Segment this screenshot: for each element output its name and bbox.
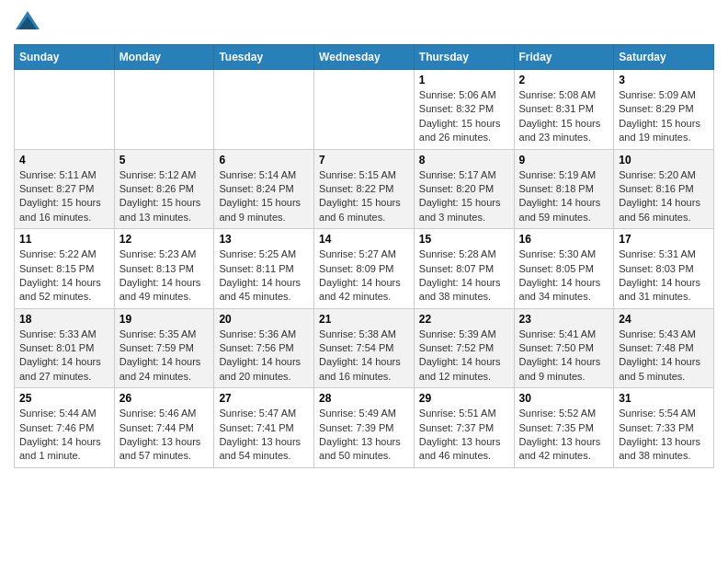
day-info: Sunrise: 5:14 AMSunset: 8:24 PMDaylight:… — [219, 168, 309, 225]
calendar-cell: 1Sunrise: 5:06 AMSunset: 8:32 PMDaylight… — [414, 70, 514, 150]
day-info: Sunrise: 5:43 AMSunset: 7:48 PMDaylight:… — [619, 327, 709, 385]
calendar-cell: 16Sunrise: 5:30 AMSunset: 8:05 PMDayligh… — [514, 229, 614, 309]
calendar-cell — [114, 70, 214, 150]
day-number: 21 — [319, 313, 409, 326]
calendar-cell: 9Sunrise: 5:19 AMSunset: 8:18 PMDaylight… — [514, 149, 614, 229]
day-number: 15 — [419, 233, 509, 246]
page: SundayMondayTuesdayWednesdayThursdayFrid… — [0, 0, 728, 477]
day-number: 10 — [619, 154, 709, 167]
logo — [14, 9, 45, 37]
day-of-week-header: Wednesday — [314, 45, 415, 70]
day-info: Sunrise: 5:31 AMSunset: 8:03 PMDaylight:… — [619, 247, 709, 304]
calendar-cell: 4Sunrise: 5:11 AMSunset: 8:27 PMDaylight… — [15, 149, 115, 229]
day-of-week-header: Monday — [114, 45, 214, 70]
calendar-cell: 5Sunrise: 5:12 AMSunset: 8:26 PMDaylight… — [114, 149, 214, 229]
calendar-cell: 15Sunrise: 5:28 AMSunset: 8:07 PMDayligh… — [414, 229, 514, 309]
day-info: Sunrise: 5:38 AMSunset: 7:54 PMDaylight:… — [319, 327, 409, 385]
day-number: 22 — [419, 313, 509, 326]
calendar-cell: 11Sunrise: 5:22 AMSunset: 8:15 PMDayligh… — [15, 229, 115, 309]
day-number: 12 — [119, 233, 210, 246]
day-number: 23 — [519, 313, 609, 326]
day-info: Sunrise: 5:44 AMSunset: 7:46 PMDaylight:… — [19, 407, 109, 464]
day-info: Sunrise: 5:28 AMSunset: 8:07 PMDaylight:… — [419, 247, 509, 304]
calendar-table: SundayMondayTuesdayWednesdayThursdayFrid… — [14, 44, 714, 468]
calendar-cell: 7Sunrise: 5:15 AMSunset: 8:22 PMDaylight… — [314, 149, 415, 229]
calendar-cell: 3Sunrise: 5:09 AMSunset: 8:29 PMDaylight… — [614, 70, 714, 150]
calendar-cell: 12Sunrise: 5:23 AMSunset: 8:13 PMDayligh… — [114, 229, 214, 309]
day-info: Sunrise: 5:08 AMSunset: 8:31 PMDaylight:… — [519, 88, 609, 145]
calendar-cell: 13Sunrise: 5:25 AMSunset: 8:11 PMDayligh… — [214, 229, 314, 309]
day-info: Sunrise: 5:09 AMSunset: 8:29 PMDaylight:… — [619, 88, 709, 145]
day-number: 3 — [619, 74, 709, 86]
day-info: Sunrise: 5:47 AMSunset: 7:41 PMDaylight:… — [219, 407, 309, 464]
calendar-cell: 21Sunrise: 5:38 AMSunset: 7:54 PMDayligh… — [314, 308, 415, 388]
day-number: 14 — [319, 233, 409, 246]
day-info: Sunrise: 5:36 AMSunset: 7:56 PMDaylight:… — [219, 327, 309, 385]
day-info: Sunrise: 5:52 AMSunset: 7:35 PMDaylight:… — [519, 407, 609, 464]
calendar-cell: 31Sunrise: 5:54 AMSunset: 7:33 PMDayligh… — [614, 388, 714, 468]
calendar-week-row: 4Sunrise: 5:11 AMSunset: 8:27 PMDaylight… — [15, 149, 714, 229]
calendar-cell: 30Sunrise: 5:52 AMSunset: 7:35 PMDayligh… — [514, 388, 614, 468]
day-number: 1 — [419, 74, 509, 86]
day-info: Sunrise: 5:51 AMSunset: 7:37 PMDaylight:… — [419, 407, 509, 464]
calendar-cell: 25Sunrise: 5:44 AMSunset: 7:46 PMDayligh… — [15, 388, 115, 468]
day-info: Sunrise: 5:39 AMSunset: 7:52 PMDaylight:… — [419, 327, 509, 385]
day-info: Sunrise: 5:54 AMSunset: 7:33 PMDaylight:… — [619, 407, 709, 464]
day-number: 7 — [319, 154, 409, 167]
calendar-week-row: 25Sunrise: 5:44 AMSunset: 7:46 PMDayligh… — [15, 388, 714, 468]
day-info: Sunrise: 5:22 AMSunset: 8:15 PMDaylight:… — [19, 247, 109, 304]
day-number: 30 — [519, 392, 609, 405]
day-info: Sunrise: 5:11 AMSunset: 8:27 PMDaylight:… — [19, 168, 109, 225]
day-of-week-header: Tuesday — [214, 45, 314, 70]
calendar-cell: 18Sunrise: 5:33 AMSunset: 8:01 PMDayligh… — [15, 308, 115, 388]
day-of-week-header: Sunday — [15, 45, 115, 70]
day-number: 2 — [519, 74, 609, 86]
day-number: 24 — [619, 313, 709, 326]
day-number: 6 — [219, 154, 309, 167]
day-number: 18 — [19, 313, 109, 326]
day-number: 4 — [19, 154, 109, 167]
day-number: 8 — [419, 154, 509, 167]
calendar-cell: 8Sunrise: 5:17 AMSunset: 8:20 PMDaylight… — [414, 149, 514, 229]
day-info: Sunrise: 5:20 AMSunset: 8:16 PMDaylight:… — [619, 168, 709, 225]
calendar-cell: 20Sunrise: 5:36 AMSunset: 7:56 PMDayligh… — [214, 308, 314, 388]
day-info: Sunrise: 5:41 AMSunset: 7:50 PMDaylight:… — [519, 327, 609, 385]
day-info: Sunrise: 5:25 AMSunset: 8:11 PMDaylight:… — [219, 247, 309, 304]
day-number: 17 — [619, 233, 709, 246]
day-info: Sunrise: 5:49 AMSunset: 7:39 PMDaylight:… — [319, 407, 409, 464]
day-info: Sunrise: 5:27 AMSunset: 8:09 PMDaylight:… — [319, 247, 409, 304]
calendar-cell: 28Sunrise: 5:49 AMSunset: 7:39 PMDayligh… — [314, 388, 415, 468]
calendar-week-row: 18Sunrise: 5:33 AMSunset: 8:01 PMDayligh… — [15, 308, 714, 388]
day-info: Sunrise: 5:12 AMSunset: 8:26 PMDaylight:… — [119, 168, 210, 225]
calendar-week-row: 11Sunrise: 5:22 AMSunset: 8:15 PMDayligh… — [15, 229, 714, 309]
day-info: Sunrise: 5:15 AMSunset: 8:22 PMDaylight:… — [319, 168, 409, 225]
day-number: 29 — [419, 392, 509, 405]
calendar-cell: 17Sunrise: 5:31 AMSunset: 8:03 PMDayligh… — [614, 229, 714, 309]
calendar-cell: 29Sunrise: 5:51 AMSunset: 7:37 PMDayligh… — [414, 388, 514, 468]
day-number: 11 — [19, 233, 109, 246]
calendar-cell: 6Sunrise: 5:14 AMSunset: 8:24 PMDaylight… — [214, 149, 314, 229]
day-info: Sunrise: 5:33 AMSunset: 8:01 PMDaylight:… — [19, 327, 109, 385]
calendar-cell: 26Sunrise: 5:46 AMSunset: 7:44 PMDayligh… — [114, 388, 214, 468]
calendar-cell: 19Sunrise: 5:35 AMSunset: 7:59 PMDayligh… — [114, 308, 214, 388]
day-number: 26 — [119, 392, 210, 405]
day-number: 9 — [519, 154, 609, 167]
calendar-cell — [15, 70, 115, 150]
day-info: Sunrise: 5:30 AMSunset: 8:05 PMDaylight:… — [519, 247, 609, 304]
day-number: 28 — [319, 392, 409, 405]
calendar-cell: 2Sunrise: 5:08 AMSunset: 8:31 PMDaylight… — [514, 70, 614, 150]
day-of-week-header: Saturday — [614, 45, 714, 70]
day-number: 19 — [119, 313, 210, 326]
day-info: Sunrise: 5:17 AMSunset: 8:20 PMDaylight:… — [419, 168, 509, 225]
day-info: Sunrise: 5:06 AMSunset: 8:32 PMDaylight:… — [419, 88, 509, 145]
calendar-cell: 22Sunrise: 5:39 AMSunset: 7:52 PMDayligh… — [414, 308, 514, 388]
day-info: Sunrise: 5:19 AMSunset: 8:18 PMDaylight:… — [519, 168, 609, 225]
day-number: 27 — [219, 392, 309, 405]
calendar-cell: 10Sunrise: 5:20 AMSunset: 8:16 PMDayligh… — [614, 149, 714, 229]
day-number: 20 — [219, 313, 309, 326]
day-of-week-header: Thursday — [414, 45, 514, 70]
day-number: 31 — [619, 392, 709, 405]
day-number: 16 — [519, 233, 609, 246]
calendar-cell: 24Sunrise: 5:43 AMSunset: 7:48 PMDayligh… — [614, 308, 714, 388]
calendar-cell: 23Sunrise: 5:41 AMSunset: 7:50 PMDayligh… — [514, 308, 614, 388]
